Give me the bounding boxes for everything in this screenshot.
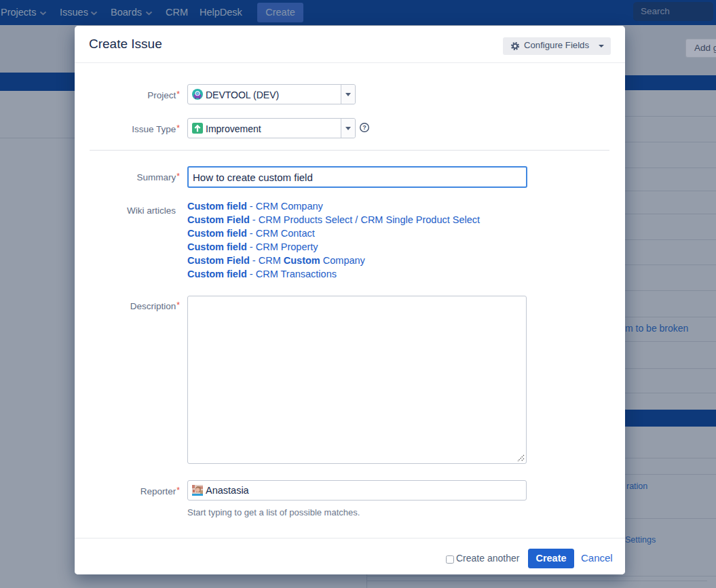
svg-text:?: ? (362, 124, 366, 131)
